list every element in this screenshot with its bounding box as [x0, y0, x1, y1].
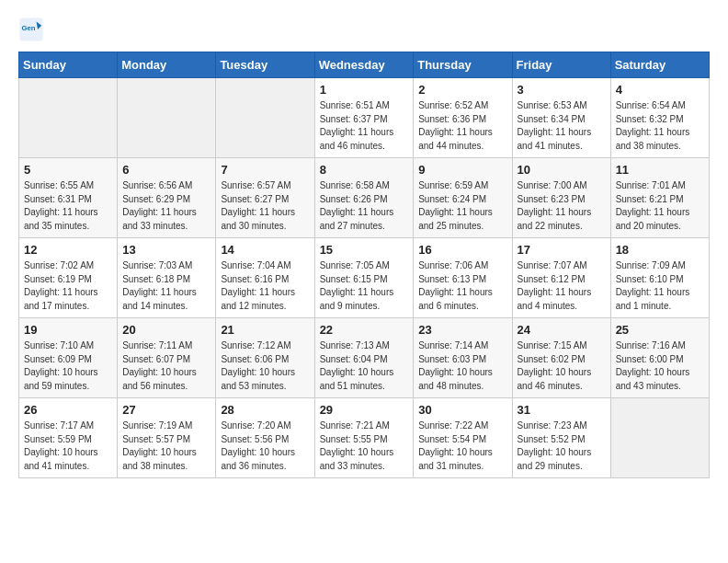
calendar-cell: 27Sunrise: 7:19 AM Sunset: 5:57 PM Dayli… [118, 398, 216, 478]
calendar-cell: 2Sunrise: 6:52 AM Sunset: 6:36 PM Daylig… [414, 78, 512, 158]
calendar-cell: 21Sunrise: 7:12 AM Sunset: 6:06 PM Dayli… [216, 318, 314, 398]
calendar-cell: 24Sunrise: 7:15 AM Sunset: 6:02 PM Dayli… [512, 318, 610, 398]
calendar-cell: 14Sunrise: 7:04 AM Sunset: 6:16 PM Dayli… [216, 238, 314, 318]
day-info: Sunrise: 6:56 AM Sunset: 6:29 PM Dayligh… [122, 179, 210, 233]
calendar-cell: 5Sunrise: 6:55 AM Sunset: 6:31 PM Daylig… [19, 158, 118, 238]
day-info: Sunrise: 7:17 AM Sunset: 5:59 PM Dayligh… [24, 419, 112, 473]
day-info: Sunrise: 7:01 AM Sunset: 6:21 PM Dayligh… [616, 179, 704, 233]
day-number: 11 [616, 163, 704, 177]
day-info: Sunrise: 7:07 AM Sunset: 6:12 PM Dayligh… [518, 259, 606, 313]
weekday-header-monday: Monday [118, 52, 216, 78]
day-info: Sunrise: 6:57 AM Sunset: 6:27 PM Dayligh… [221, 179, 309, 233]
calendar-cell: 10Sunrise: 7:00 AM Sunset: 6:23 PM Dayli… [512, 158, 610, 238]
day-number: 26 [24, 403, 112, 417]
day-number: 4 [616, 83, 704, 97]
day-number: 1 [320, 83, 409, 97]
day-number: 31 [518, 403, 606, 417]
calendar-cell: 4Sunrise: 6:54 AM Sunset: 6:32 PM Daylig… [610, 78, 709, 158]
day-number: 19 [24, 323, 112, 337]
calendar-cell [118, 78, 216, 158]
day-number: 10 [518, 163, 606, 177]
day-number: 8 [320, 163, 409, 177]
calendar-cell: 29Sunrise: 7:21 AM Sunset: 5:55 PM Dayli… [314, 398, 414, 478]
calendar-week-row: 26Sunrise: 7:17 AM Sunset: 5:59 PM Dayli… [19, 398, 710, 478]
calendar-cell: 6Sunrise: 6:56 AM Sunset: 6:29 PM Daylig… [118, 158, 216, 238]
day-info: Sunrise: 7:14 AM Sunset: 6:03 PM Dayligh… [418, 339, 506, 393]
day-number: 29 [320, 403, 409, 417]
day-info: Sunrise: 6:55 AM Sunset: 6:31 PM Dayligh… [24, 179, 112, 233]
day-info: Sunrise: 6:53 AM Sunset: 6:34 PM Dayligh… [518, 99, 606, 153]
day-number: 16 [418, 243, 506, 257]
day-info: Sunrise: 6:51 AM Sunset: 6:37 PM Dayligh… [320, 99, 409, 153]
day-number: 7 [221, 163, 309, 177]
day-number: 21 [221, 323, 309, 337]
day-number: 14 [221, 243, 309, 257]
weekday-header-sunday: Sunday [19, 52, 118, 78]
calendar-table: SundayMondayTuesdayWednesdayThursdayFrid… [18, 52, 710, 478]
calendar-cell: 1Sunrise: 6:51 AM Sunset: 6:37 PM Daylig… [314, 78, 414, 158]
calendar-week-row: 1Sunrise: 6:51 AM Sunset: 6:37 PM Daylig… [19, 78, 710, 158]
calendar-cell: 22Sunrise: 7:13 AM Sunset: 6:04 PM Dayli… [314, 318, 414, 398]
calendar-cell: 7Sunrise: 6:57 AM Sunset: 6:27 PM Daylig… [216, 158, 314, 238]
calendar-cell: 3Sunrise: 6:53 AM Sunset: 6:34 PM Daylig… [512, 78, 610, 158]
weekday-header-row: SundayMondayTuesdayWednesdayThursdayFrid… [19, 52, 710, 78]
day-number: 23 [418, 323, 506, 337]
page-container: Gen SundayMondayTuesdayWednesdayThursday… [0, 0, 728, 489]
day-info: Sunrise: 7:06 AM Sunset: 6:13 PM Dayligh… [418, 259, 506, 313]
calendar-week-row: 12Sunrise: 7:02 AM Sunset: 6:19 PM Dayli… [19, 238, 710, 318]
calendar-cell: 20Sunrise: 7:11 AM Sunset: 6:07 PM Dayli… [118, 318, 216, 398]
day-number: 30 [418, 403, 506, 417]
day-number: 6 [122, 163, 210, 177]
day-number: 24 [518, 323, 606, 337]
day-number: 15 [320, 243, 409, 257]
day-info: Sunrise: 7:04 AM Sunset: 6:16 PM Dayligh… [221, 259, 309, 313]
day-info: Sunrise: 7:03 AM Sunset: 6:18 PM Dayligh… [122, 259, 210, 313]
day-number: 2 [418, 83, 506, 97]
weekday-header-saturday: Saturday [610, 52, 709, 78]
calendar-cell: 25Sunrise: 7:16 AM Sunset: 6:00 PM Dayli… [610, 318, 709, 398]
svg-text:Gen: Gen [22, 24, 36, 32]
day-info: Sunrise: 7:21 AM Sunset: 5:55 PM Dayligh… [320, 419, 409, 473]
calendar-cell: 26Sunrise: 7:17 AM Sunset: 5:59 PM Dayli… [19, 398, 118, 478]
day-number: 25 [616, 323, 704, 337]
day-number: 5 [24, 163, 112, 177]
calendar-cell: 19Sunrise: 7:10 AM Sunset: 6:09 PM Dayli… [19, 318, 118, 398]
day-number: 12 [24, 243, 112, 257]
day-number: 22 [320, 323, 409, 337]
day-info: Sunrise: 7:22 AM Sunset: 5:54 PM Dayligh… [418, 419, 506, 473]
day-number: 20 [122, 323, 210, 337]
day-info: Sunrise: 7:19 AM Sunset: 5:57 PM Dayligh… [122, 419, 210, 473]
day-number: 18 [616, 243, 704, 257]
day-info: Sunrise: 7:23 AM Sunset: 5:52 PM Dayligh… [518, 419, 606, 473]
day-info: Sunrise: 7:11 AM Sunset: 6:07 PM Dayligh… [122, 339, 210, 393]
day-info: Sunrise: 7:00 AM Sunset: 6:23 PM Dayligh… [518, 179, 606, 233]
day-info: Sunrise: 7:05 AM Sunset: 6:15 PM Dayligh… [320, 259, 409, 313]
calendar-week-row: 19Sunrise: 7:10 AM Sunset: 6:09 PM Dayli… [19, 318, 710, 398]
day-info: Sunrise: 7:16 AM Sunset: 6:00 PM Dayligh… [616, 339, 704, 393]
day-number: 3 [518, 83, 606, 97]
day-info: Sunrise: 6:54 AM Sunset: 6:32 PM Dayligh… [616, 99, 704, 153]
calendar-cell: 9Sunrise: 6:59 AM Sunset: 6:24 PM Daylig… [414, 158, 512, 238]
calendar-week-row: 5Sunrise: 6:55 AM Sunset: 6:31 PM Daylig… [19, 158, 710, 238]
logo: Gen [18, 17, 46, 42]
calendar-cell: 11Sunrise: 7:01 AM Sunset: 6:21 PM Dayli… [610, 158, 709, 238]
day-info: Sunrise: 6:52 AM Sunset: 6:36 PM Dayligh… [418, 99, 506, 153]
day-number: 17 [518, 243, 606, 257]
header: Gen [18, 17, 710, 42]
day-info: Sunrise: 6:58 AM Sunset: 6:26 PM Dayligh… [320, 179, 409, 233]
calendar-cell [216, 78, 314, 158]
day-number: 13 [122, 243, 210, 257]
calendar-cell: 30Sunrise: 7:22 AM Sunset: 5:54 PM Dayli… [414, 398, 512, 478]
day-info: Sunrise: 7:02 AM Sunset: 6:19 PM Dayligh… [24, 259, 112, 313]
day-info: Sunrise: 7:10 AM Sunset: 6:09 PM Dayligh… [24, 339, 112, 393]
logo-icon: Gen [18, 17, 44, 42]
day-info: Sunrise: 7:15 AM Sunset: 6:02 PM Dayligh… [518, 339, 606, 393]
day-info: Sunrise: 7:13 AM Sunset: 6:04 PM Dayligh… [320, 339, 409, 393]
day-info: Sunrise: 6:59 AM Sunset: 6:24 PM Dayligh… [418, 179, 506, 233]
calendar-cell: 18Sunrise: 7:09 AM Sunset: 6:10 PM Dayli… [610, 238, 709, 318]
day-info: Sunrise: 7:09 AM Sunset: 6:10 PM Dayligh… [616, 259, 704, 313]
weekday-header-thursday: Thursday [414, 52, 512, 78]
calendar-cell: 8Sunrise: 6:58 AM Sunset: 6:26 PM Daylig… [314, 158, 414, 238]
calendar-cell: 23Sunrise: 7:14 AM Sunset: 6:03 PM Dayli… [414, 318, 512, 398]
weekday-header-tuesday: Tuesday [216, 52, 314, 78]
